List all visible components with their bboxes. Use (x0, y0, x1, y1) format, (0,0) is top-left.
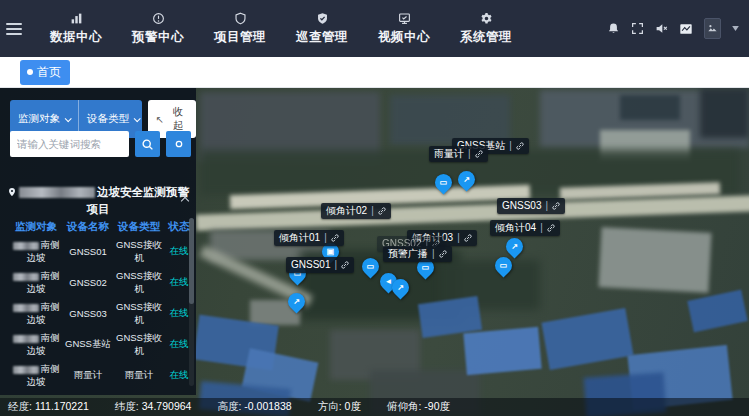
link-icon[interactable] (464, 234, 472, 242)
map-marker-gauge[interactable]: ▭ (431, 170, 455, 194)
redacted-text (13, 242, 39, 250)
map-marker-tilt[interactable]: ↗ (388, 275, 412, 299)
map-texture-blob (541, 308, 633, 370)
table-body: 南侧边坡 GNSS01 GNSS接收机 在线 南侧边坡 GNSS02 GNSS接… (8, 236, 186, 391)
nav-item-gear[interactable]: 系统管理 (452, 8, 520, 50)
avatar[interactable] (704, 18, 721, 39)
dropdown-label: 设备类型 (87, 112, 129, 126)
device-label-text: 倾角计02 (326, 206, 367, 216)
active-tab-dot (27, 69, 33, 75)
fullscreen-icon[interactable] (631, 22, 644, 35)
nav-right-tools (607, 18, 749, 39)
status-item: 纬度: 34.790964 (115, 400, 192, 414)
map-marker-tilt[interactable]: ↗ (454, 167, 478, 191)
table-header-row: 监测对象 设备名称 设备类型 状态 (8, 218, 186, 236)
search-button[interactable] (135, 131, 160, 157)
redacted-text (13, 366, 39, 374)
panel-scrollbar[interactable] (189, 218, 194, 386)
bell-icon[interactable] (607, 22, 620, 35)
image-placeholder-icon (707, 23, 718, 34)
nav-item-label: 预警中心 (132, 29, 184, 46)
project-title[interactable]: 边坡安全监测预警项目 (6, 184, 190, 219)
label-separator: | (371, 206, 374, 216)
project-title-text: 边坡安全监测预警项目 (87, 186, 190, 215)
main-menu: 数据中心 预警中心 项目管理 巡查管理 视频中心 系统管理 (42, 8, 520, 50)
volume-muted-icon[interactable] (655, 22, 668, 35)
snapshot-icon[interactable] (679, 22, 693, 36)
tab-home[interactable]: 首页 (20, 60, 70, 85)
status-label: 纬度: (115, 400, 139, 414)
marker-glyph: ↗ (288, 293, 305, 310)
cell-device-type: GNSS接收机 (112, 239, 166, 265)
stage: ▭ ↗ ▣ ▭ ↗ ▭ ◄ ↗ ▭ ↗ ▭ GNSS基站 | 雨量计 | GNS… (0, 88, 749, 416)
nav-item-shield[interactable]: 项目管理 (206, 8, 274, 50)
label-separator: | (509, 141, 512, 151)
marker-glyph: ↗ (506, 238, 523, 255)
device-label-text: GNSS03 (502, 201, 541, 211)
map-device-label[interactable]: GNSS03 | (497, 198, 565, 214)
caret-down-icon[interactable] (732, 26, 739, 31)
collapse-label: 收起 (168, 105, 188, 133)
nav-item-label: 系统管理 (460, 29, 512, 46)
chevron-down-icon (134, 115, 141, 122)
map-texture-blob (463, 327, 541, 375)
map-device-label[interactable]: GNSS01 | (286, 257, 354, 273)
search-input[interactable] (10, 131, 129, 157)
map-device-label[interactable]: 雨量计 | (429, 146, 488, 162)
map-device-label[interactable]: 倾角计01 | (274, 230, 344, 246)
map-device-label[interactable]: 倾角计04 | (490, 220, 560, 236)
cell-monitor-object: 南侧边坡 (8, 361, 64, 390)
map-marker-gauge[interactable]: ▭ (358, 254, 382, 278)
link-icon[interactable] (378, 207, 386, 215)
map-device-label[interactable]: 预警广播 | (383, 246, 452, 262)
cell-monitor-object: 南侧边坡 (8, 237, 64, 266)
marker-glyph: ↗ (392, 279, 409, 296)
header-device-name: 设备名称 (64, 220, 112, 234)
map-marker-gauge[interactable]: ▭ (491, 253, 515, 277)
table-row[interactable]: 南侧边坡 GNSS02 GNSS接收机 在线 (8, 267, 186, 298)
link-icon[interactable] (547, 224, 555, 232)
arrow-up-left-icon: ↖ (156, 114, 164, 125)
link-icon[interactable] (439, 250, 447, 258)
status-label: 方向: (318, 400, 342, 414)
link-icon[interactable] (341, 261, 349, 269)
nav-item-monitor[interactable]: 视频中心 (370, 8, 438, 50)
redacted-text (13, 273, 39, 281)
cell-device-name: GNSS01 (64, 246, 112, 257)
toolbar-icons (607, 22, 693, 36)
link-icon[interactable] (516, 142, 524, 150)
cell-monitor-object: 南侧边坡 (8, 268, 64, 297)
cell-monitor-object: 南侧边坡 (8, 330, 64, 359)
bar-chart-icon (70, 12, 83, 26)
menu-icon[interactable] (6, 23, 22, 35)
status-value: 34.790964 (142, 400, 192, 414)
status-value: -0.001838 (244, 400, 291, 414)
link-icon[interactable] (475, 150, 483, 158)
cell-device-name: 雨量计 (64, 369, 112, 382)
label-separator: | (457, 233, 460, 243)
scrollbar-thumb[interactable] (189, 218, 194, 304)
map-texture-blob (700, 88, 749, 138)
link-icon[interactable] (552, 202, 560, 210)
status-value: 111.170221 (35, 400, 89, 414)
map-marker-tilt[interactable]: ↗ (502, 234, 526, 258)
table-row[interactable]: 南侧边坡 GNSS基站 GNSS接收机 在线 (8, 329, 186, 360)
table-row[interactable]: 南侧边坡 GNSS03 GNSS接收机 在线 (8, 298, 186, 329)
link-icon[interactable] (331, 234, 339, 242)
locate-button[interactable] (166, 131, 191, 157)
header-device-type: 设备类型 (112, 220, 166, 234)
nav-item-shield-check[interactable]: 巡查管理 (288, 8, 356, 50)
nav-item-warning-circle[interactable]: 预警中心 (124, 8, 192, 50)
search-row (10, 131, 191, 157)
map-device-label[interactable]: 倾角计02 | (321, 203, 391, 219)
table-row[interactable]: 南侧边坡 GNSS01 GNSS接收机 在线 (8, 236, 186, 267)
redacted-text (13, 335, 39, 343)
nav-item-bar-chart[interactable]: 数据中心 (42, 8, 110, 50)
map-marker-tilt[interactable]: ↗ (284, 289, 308, 313)
device-table: 监测对象 设备名称 设备类型 状态 南侧边坡 GNSS01 GNSS接收机 在线… (8, 218, 186, 391)
chevron-up-icon[interactable] (181, 197, 189, 205)
cell-device-type: GNSS接收机 (112, 270, 166, 296)
label-separator: | (545, 201, 548, 211)
table-row[interactable]: 南侧边坡 雨量计 雨量计 在线 (8, 360, 186, 391)
status-label: 高度: (217, 400, 241, 414)
